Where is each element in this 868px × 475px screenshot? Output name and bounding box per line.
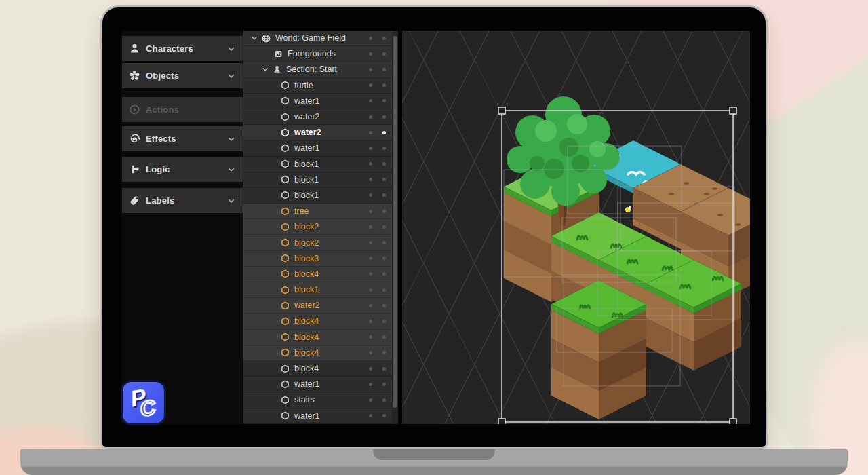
selection-handle[interactable] [730, 419, 736, 424]
row-toggle-dot-1[interactable] [369, 256, 372, 260]
isometric-scene[interactable] [402, 31, 750, 424]
row-toggle-dot-2[interactable] [382, 193, 386, 197]
sidebar-item-labels[interactable]: Labels [122, 188, 243, 213]
hierarchy-row-block2[interactable]: block2 [243, 219, 398, 235]
row-toggle-dot-1[interactable] [369, 210, 372, 213]
row-toggle-dot-1[interactable] [369, 115, 372, 119]
row-toggle-dot-1[interactable] [369, 414, 372, 417]
hexagon-icon [280, 96, 290, 106]
row-toggle-dot-1[interactable] [369, 367, 372, 370]
row-toggle-dot-2[interactable] [382, 351, 386, 354]
row-toggle-dot-2[interactable] [382, 210, 386, 213]
hierarchy-row-water2[interactable]: water2 [243, 298, 398, 314]
row-toggle-dot-2[interactable] [382, 304, 386, 307]
hierarchy-row-label: block1 [294, 175, 319, 185]
row-toggle-dot-1[interactable] [369, 131, 372, 134]
row-toggle-dot-2[interactable] [382, 225, 386, 229]
row-toggle-dot-1[interactable] [369, 68, 372, 71]
row-toggle-dot-2[interactable] [382, 272, 386, 276]
hierarchy-row-block1[interactable]: block1 [243, 188, 398, 204]
hierarchy-row-turtle[interactable]: turtle [243, 78, 398, 94]
scene-block-grass-front-column[interactable] [551, 280, 646, 419]
row-toggle-dot-2[interactable] [382, 256, 386, 260]
hierarchy-row-tree[interactable]: tree [243, 204, 398, 219]
row-toggle-dot-2[interactable] [382, 414, 386, 417]
selection-handle[interactable] [498, 107, 505, 114]
row-toggle-dot-2[interactable] [382, 147, 386, 150]
hierarchy-row-water1[interactable]: water1 [243, 408, 398, 424]
row-toggle-dot-2[interactable] [382, 115, 386, 119]
hierarchy-row-section-start[interactable]: Section: Start [243, 62, 398, 77]
row-toggle-dot-1[interactable] [369, 37, 372, 40]
row-toggle-dot-1[interactable] [369, 162, 372, 166]
row-toggle-dot-1[interactable] [369, 304, 372, 307]
hierarchy-row-stairs[interactable]: stairs [243, 392, 398, 408]
row-toggle-dot-1[interactable] [369, 178, 372, 181]
row-toggle-dot-1[interactable] [369, 193, 372, 197]
sidebar-item-actions[interactable]: Actions [122, 97, 243, 122]
row-toggle-dot-2[interactable] [382, 383, 386, 386]
row-toggle-dot-2[interactable] [382, 398, 386, 402]
row-toggle-dot-1[interactable] [369, 383, 372, 386]
row-toggle-dot-1[interactable] [369, 83, 372, 87]
row-toggle-dot-2[interactable] [382, 320, 386, 323]
row-toggle-dot-1[interactable] [369, 272, 372, 276]
row-toggle-dot-2[interactable] [382, 178, 386, 181]
hierarchy-row-water1[interactable]: water1 [243, 377, 398, 392]
row-toggle-dot-1[interactable] [369, 398, 372, 402]
hierarchy-row-block4[interactable]: block4 [243, 314, 398, 329]
hexagon-icon [280, 190, 290, 200]
selection-handle[interactable] [498, 419, 505, 424]
row-toggle-dot-2[interactable] [382, 37, 386, 40]
row-toggle-dot-2[interactable] [382, 99, 386, 102]
row-toggle-dot-2[interactable] [382, 83, 386, 87]
row-toggle-dot-1[interactable] [369, 335, 372, 339]
hierarchy-row-block1[interactable]: block1 [243, 282, 398, 298]
hierarchy-row-water2[interactable]: water2 [243, 125, 398, 140]
globe-icon [261, 33, 271, 43]
row-toggle-dot-2[interactable] [382, 288, 386, 292]
hierarchy-row-block4[interactable]: block4 [243, 345, 398, 361]
hierarchy-row-block2[interactable]: block2 [243, 235, 398, 250]
row-toggle-dot-1[interactable] [369, 320, 372, 323]
row-toggle-dot-2[interactable] [382, 52, 386, 56]
row-toggle-dot-2[interactable] [382, 335, 386, 339]
hierarchy-row-label: block4 [294, 364, 319, 373]
hierarchy-scrollbar-track[interactable] [392, 31, 398, 424]
hierarchy-row-block1[interactable]: block1 [243, 157, 398, 172]
row-toggle-dot-1[interactable] [369, 288, 372, 292]
row-toggle-dot-1[interactable] [369, 225, 372, 229]
row-toggle-dot-1[interactable] [369, 147, 372, 150]
hierarchy-row-foregrounds[interactable]: Foregrounds [243, 46, 398, 62]
hierarchy-row-block4[interactable]: block4 [243, 361, 398, 377]
row-toggle-dot-2[interactable] [382, 367, 386, 370]
row-toggle-dot-2[interactable] [382, 131, 386, 134]
hierarchy-row-label: World: Game Field [275, 33, 346, 43]
hierarchy-row-label: block1 [294, 159, 319, 169]
editor-canvas[interactable] [402, 31, 750, 424]
sidebar-item-characters[interactable]: Characters [122, 36, 243, 61]
row-toggle-dot-1[interactable] [369, 351, 372, 354]
row-toggle-dot-2[interactable] [382, 241, 386, 244]
person-icon [129, 43, 140, 54]
row-toggle-dot-1[interactable] [369, 52, 372, 56]
row-toggle-dot-2[interactable] [382, 162, 386, 166]
hierarchy-row-water1[interactable]: water1 [243, 140, 398, 156]
hierarchy-row-water1[interactable]: water1 [243, 94, 398, 109]
hierarchy-row-block4[interactable]: block4 [243, 330, 398, 345]
sidebar-item-effects[interactable]: Effects [122, 126, 243, 151]
row-toggle-dot-1[interactable] [369, 241, 372, 244]
hierarchy-row-water2[interactable]: water2 [243, 109, 398, 125]
hierarchy-row-label: Section: Start [286, 64, 337, 74]
hierarchy-row-block4[interactable]: block4 [243, 267, 398, 282]
row-toggle-dot-2[interactable] [382, 68, 386, 71]
sidebar-item-logic[interactable]: Logic [122, 157, 243, 182]
sidebar-item-objects[interactable]: Objects [122, 63, 243, 88]
selection-handle[interactable] [730, 107, 736, 114]
hierarchy-scrollbar-thumb[interactable] [393, 36, 397, 408]
hierarchy-row-label: stairs [294, 395, 315, 404]
row-toggle-dot-1[interactable] [369, 99, 372, 102]
hierarchy-row-block3[interactable]: block3 [243, 251, 398, 267]
hierarchy-row-block1[interactable]: block1 [243, 172, 398, 188]
hierarchy-row-world-game-field[interactable]: World: Game Field [243, 31, 398, 46]
